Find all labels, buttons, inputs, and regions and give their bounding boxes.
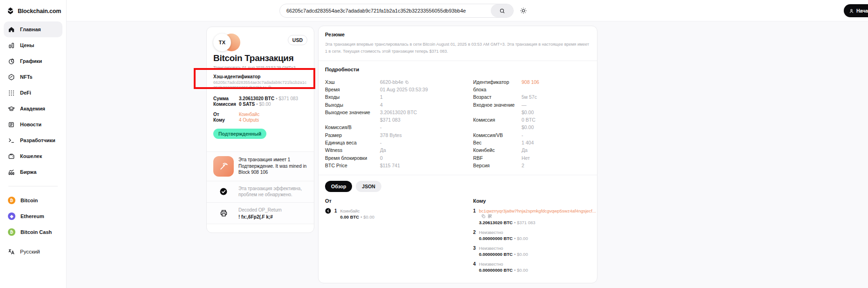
qr-code-icon[interactable]: [488, 214, 492, 219]
broadcast-timestamp: Транслировать 01 Aug 2025 03:53:39 GMT+3: [213, 65, 307, 70]
sidebar-item-label: Графики: [20, 58, 42, 64]
from-label: От: [213, 112, 239, 117]
sidebar-item-defi[interactable]: DeFi: [4, 85, 62, 101]
output-name: Неизвестно: [479, 261, 528, 267]
check-circle-icon: [219, 187, 228, 196]
detail-value: Да: [522, 146, 590, 154]
sidebar-item-charts[interactable]: Графики: [4, 53, 62, 69]
detail-label: Комиссия: [473, 116, 522, 131]
fee-usd: • $0.00: [256, 102, 271, 107]
sidebar-item-label: Кошелек: [20, 153, 42, 159]
output-usd: • $0.00: [514, 252, 528, 257]
block-id-link[interactable]: 908 106: [522, 78, 590, 94]
search-button[interactable]: [491, 4, 513, 17]
outputs-title: Кому: [473, 198, 596, 204]
copy-icon[interactable]: [405, 80, 409, 84]
currency-selector[interactable]: USD: [288, 35, 307, 45]
detail-value: 4: [380, 101, 465, 109]
sidebar-item-home[interactable]: Главная: [4, 21, 62, 37]
tab-overview[interactable]: Обзор: [325, 181, 352, 192]
sidebar-item-label: Цены: [20, 42, 34, 48]
detail-label: BTC Price: [325, 162, 380, 169]
output-index: 2: [473, 230, 476, 241]
detail-value: 1 404: [522, 139, 590, 146]
detail-value: 378 Bytes: [380, 131, 465, 139]
nfts-icon: [8, 74, 15, 81]
output-btc: 0.00000000 BTC: [479, 267, 513, 273]
pickaxe-icon: [219, 162, 228, 171]
amount-usd: • $371 083: [276, 96, 298, 101]
output-usd: • $371 083: [514, 220, 536, 225]
tab-json[interactable]: JSON: [356, 181, 381, 192]
detail-label: Входы: [325, 93, 380, 101]
search-input[interactable]: [280, 4, 491, 17]
output-entry: 2 Неизвестно 0.00000000 BTC• $0.00: [473, 230, 596, 241]
detail-value: 01 Aug 2025 03:53:39: [380, 86, 465, 93]
detail-label: Witness: [325, 146, 380, 154]
confirmation-note-text: Эта транзакция имеет 1 Подтверждение. It…: [238, 157, 307, 176]
summary-title: Резюме: [325, 32, 590, 37]
copy-icon[interactable]: [481, 214, 486, 219]
detail-panel: Резюме Эта транзакция впервые транслиров…: [318, 26, 597, 283]
wallet-icon: [8, 153, 15, 160]
get-started-label: Начать: [856, 8, 868, 14]
copy-icon[interactable]: [268, 85, 272, 89]
output-entry: 1 bc1qwzrryqr3ja8w7hnja2spmkgfdcgvqwp5sw…: [473, 208, 596, 226]
sidebar-item-label: DeFi: [20, 90, 31, 96]
sidebar-item-exchange[interactable]: Биржа: [4, 164, 62, 180]
page-title: Bitcoin Транзакция: [213, 53, 307, 63]
sidebar-item-nfts[interactable]: NFTs: [4, 69, 62, 85]
sidebar-item-prices[interactable]: Цены: [4, 37, 62, 53]
detail-value: 6620-bb4e: [380, 78, 465, 86]
sidebar-item-developers[interactable]: Разработчики: [4, 132, 62, 148]
sidebar-item-news[interactable]: Новости: [4, 117, 62, 132]
details-title: Подробности: [325, 67, 590, 72]
amount-btc: 3.20613020 BTC: [239, 96, 274, 101]
detail-value: 2: [522, 162, 590, 169]
sidebar-item-bitcoin-cash[interactable]: ₿ Bitcoin Cash: [4, 224, 62, 240]
detail-label: Версия: [473, 162, 522, 169]
search-bar: [279, 4, 514, 18]
output-btc: 0.00000000 BTC: [479, 252, 513, 257]
transaction-notes: Эта транзакция имеет 1 Подтверждение. It…: [207, 151, 314, 233]
detail-value: -: [380, 123, 465, 131]
get-started-button[interactable]: Начать: [844, 4, 868, 17]
sidebar-item-label: Новости: [20, 122, 41, 127]
detail-label: Время блокировки: [325, 154, 380, 162]
language-selector[interactable]: Русский: [4, 244, 62, 260]
sidebar-item-bitcoin[interactable]: ₿ Bitcoin: [4, 192, 62, 208]
sidebar-item-wallet[interactable]: Кошелек: [4, 148, 62, 164]
brand-logo-link[interactable]: Blockchain.com: [0, 0, 66, 20]
detail-value: 3.20613020 BTC$371 083: [380, 109, 465, 124]
output-address-link[interactable]: bc1qwzrryqr3ja8w7hnja2spmkgfdcgvqwp5swz4…: [479, 208, 596, 213]
brand-name: Blockchain.com: [18, 8, 61, 14]
arrow-left-circle-icon: [325, 208, 331, 214]
input-index: 1: [334, 208, 337, 220]
view-tabs: Обзор JSON: [325, 181, 590, 192]
to-link[interactable]: 4 Outputs: [239, 117, 259, 123]
sidebar-item-label: Главная: [20, 27, 41, 32]
exchange-icon: [8, 169, 15, 176]
sidebar-item-academy[interactable]: Академия: [4, 101, 62, 117]
translate-icon: [8, 248, 15, 255]
academy-icon: [8, 105, 15, 112]
detail-value: 5м 57с: [522, 93, 590, 101]
amount-row: Сумма 3.20613020 BTC• $371 083: [213, 96, 307, 102]
sidebar-item-label: Ethereum: [20, 213, 44, 219]
detail-label: RBF: [473, 154, 522, 162]
from-link[interactable]: Коинбайс: [239, 112, 259, 117]
sidebar-item-label: Bitcoin Cash: [20, 229, 52, 235]
detail-label: Возраст: [473, 93, 522, 101]
output-btc: 3.20613020 BTC: [479, 220, 513, 225]
sidebar-item-ethereum[interactable]: ◆ Ethereum: [4, 208, 62, 224]
transaction-card-body: Bitcoin Транзакция Транслировать 01 Aug …: [207, 53, 314, 145]
detail-value: $115 741: [380, 162, 465, 169]
output-usd: • $0.00: [514, 236, 528, 241]
detail-label: Хэш: [325, 78, 380, 86]
output-index: 3: [473, 246, 476, 257]
output-entry: 3 Неизвестно 0.00000000 BTC• $0.00: [473, 246, 596, 257]
theme-toggle-button[interactable]: [519, 7, 528, 15]
sidebar: Blockchain.com Главная Цены Графики NFTs…: [0, 0, 67, 288]
outputs-column: Кому 1 bc1qwzrryqr3ja8w7hnja2spmkgfdcgvq…: [473, 198, 596, 277]
details-left-column: Хэш 6620-bb4e Время 01 Aug 2025 03:53:39…: [325, 78, 465, 170]
